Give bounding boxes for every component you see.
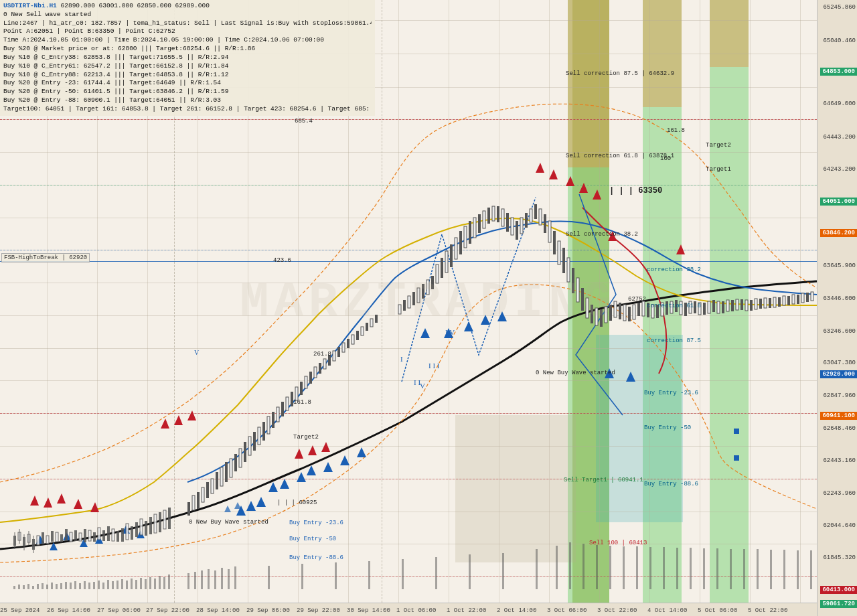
svg-rect-158 [736,299,738,310]
sell-arrow [74,499,82,509]
line-info: Line:2467 | h1_atr_c0: 182.7857 | tema_h… [3,19,372,28]
svg-rect-42 [159,512,161,532]
time-axis: 25 Sep 2024 26 Sep 14:00 27 Sep 06:00 27… [0,603,817,616]
svg-rect-103 [478,214,481,233]
svg-rect-239 [730,549,732,589]
svg-rect-39 [145,521,147,536]
chart-symbol: USDTIRT-Nbi.H1 [3,2,57,9]
svg-rect-99 [459,231,462,254]
svg-rect-143 [666,301,668,315]
svg-rect-109 [506,213,509,232]
svg-rect-178 [27,584,29,589]
svg-rect-19 [51,531,54,542]
time-label-13: 4 Oct 14:00 [647,607,687,614]
svg-rect-24 [74,530,77,541]
price-box-60413: 60413.000 [820,586,857,594]
price-axis: 65245.860 65040.460 64853.000 64649.000 … [817,0,857,616]
svg-rect-229 [596,545,598,589]
buy-arrow [340,455,349,465]
sell-arrow [536,163,544,173]
svg-rect-231 [623,546,625,589]
svg-rect-90 [417,288,420,303]
svg-rect-181 [42,583,44,589]
svg-rect-171 [797,295,799,304]
svg-rect-91 [422,284,424,299]
price-63047: 63047.380 [823,360,856,366]
svg-rect-159 [741,299,743,310]
svg-rect-227 [569,542,571,589]
svg-rect-43 [163,510,166,529]
svg-rect-240 [743,549,745,589]
svg-rect-243 [783,550,785,589]
price-box-60941: 60941.100 [820,412,857,420]
svg-rect-162 [755,299,757,309]
buy-arrow [256,497,266,507]
svg-rect-87 [403,300,406,311]
svg-rect-174 [811,292,813,301]
price-ohlc: 62890.000 63001.000 62850.000 62989.000 [61,2,210,9]
price-64443: 64443.200 [823,134,856,141]
svg-rect-146 [680,301,682,315]
fsb-label: FSB-HighToBreak | 62920 [1,253,90,262]
svg-rect-166 [773,297,776,307]
price-box-current: 62920.000 [820,370,857,378]
price-box-64853: 64853.000 [820,68,857,76]
svg-rect-217 [268,566,270,589]
sell-arrow [174,415,183,425]
svg-rect-112 [520,218,523,234]
svg-rect-48 [202,487,204,502]
svg-rect-205 [154,579,156,589]
svg-rect-132 [614,301,617,317]
svg-rect-61 [262,422,265,441]
svg-rect-241 [757,549,759,589]
svg-rect-209 [187,573,189,589]
buy-entry23-line: Buy %20 @ Entry -23: 61744.4 ||| Target:… [3,79,372,88]
volume-bars [13,542,812,589]
price-64243: 64243.200 [823,166,856,173]
svg-rect-156 [726,300,729,311]
svg-rect-97 [450,244,453,267]
svg-rect-60 [258,427,260,445]
svg-rect-155 [722,301,724,313]
svg-rect-163 [759,299,762,309]
svg-rect-23 [70,532,72,542]
svg-rect-98 [455,238,457,259]
svg-rect-194 [102,583,104,589]
svg-rect-83 [366,323,368,331]
status-line: 0 New Sell wave started [3,11,372,19]
svg-rect-169 [787,296,790,305]
svg-rect-35 [126,524,129,540]
svg-rect-47 [197,492,200,509]
svg-rect-126 [586,298,589,318]
svg-rect-208 [168,574,170,589]
svg-rect-172 [801,293,804,303]
svg-rect-127 [591,305,593,323]
svg-rect-46 [192,495,195,510]
svg-rect-120 [558,241,560,264]
buy-arrow [297,472,306,482]
svg-rect-54 [230,459,232,477]
svg-rect-107 [497,206,499,222]
svg-rect-233 [649,547,651,589]
svg-rect-204 [149,577,151,589]
svg-rect-17 [42,532,44,544]
svg-rect-154 [717,301,720,313]
sell-arrow [549,169,558,179]
svg-rect-124 [576,278,579,302]
svg-rect-145 [675,300,678,312]
candles-left [13,508,171,553]
price-64649: 64649.000 [823,100,856,107]
svg-rect-142 [661,303,664,316]
svg-rect-58 [248,437,251,455]
sell-arrow [321,442,330,452]
time-label-0: 25 Sep 2024 [0,607,40,614]
svg-rect-213 [214,570,216,589]
svg-rect-71 [309,372,312,384]
svg-rect-182 [46,585,48,589]
price-box-63846: 63846.200 [820,229,857,237]
svg-rect-30 [102,530,105,541]
svg-rect-152 [708,301,710,313]
svg-rect-32 [112,529,114,541]
svg-rect-144 [670,301,673,313]
svg-rect-130 [605,307,607,323]
